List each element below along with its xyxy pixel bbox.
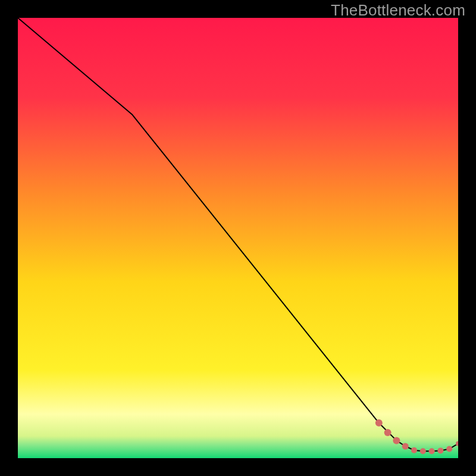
data-point xyxy=(384,429,392,436)
data-point xyxy=(393,437,400,444)
data-point xyxy=(411,447,417,453)
data-point xyxy=(437,447,443,453)
chart-frame: TheBottleneck.com xyxy=(0,0,476,476)
data-point xyxy=(420,448,426,454)
data-point xyxy=(429,448,435,454)
watermark-text: TheBottleneck.com xyxy=(331,1,465,20)
data-point xyxy=(446,446,452,452)
bottleneck-chart xyxy=(18,18,458,458)
gradient-background xyxy=(18,18,458,458)
data-point xyxy=(375,419,383,427)
data-point xyxy=(402,443,409,450)
